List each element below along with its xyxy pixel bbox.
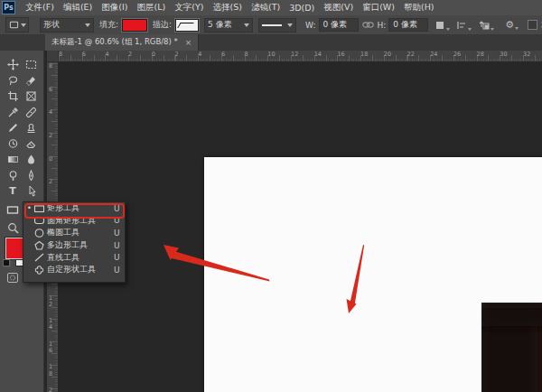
align-edges-checkbox[interactable] <box>528 20 537 30</box>
flyout-item-polygon[interactable]: 多边形工具 U <box>23 239 125 252</box>
path-operations-icon <box>435 20 445 31</box>
menu-type[interactable]: 文字(Y) <box>170 2 208 14</box>
clone-stamp-tool[interactable] <box>23 120 38 135</box>
ruler-number: 12 <box>291 51 298 58</box>
link-dimensions-icon[interactable] <box>362 21 374 29</box>
type-tool[interactable]: T <box>5 183 20 198</box>
ruler-number: 6 <box>47 87 54 93</box>
ruler-number: 24 <box>430 51 437 58</box>
tool-options-bar: 形状 填充: 描边: 5 像素 W: 0 像素 <box>0 15 542 35</box>
height-label: H: <box>378 21 387 30</box>
app-logo: Ps <box>2 1 15 14</box>
ruler-number: 14 <box>314 51 322 58</box>
path-operations-button[interactable] <box>435 20 450 31</box>
rectangle-tool[interactable] <box>5 202 20 217</box>
menu-3d[interactable]: 3D(D) <box>285 3 319 13</box>
close-tab-icon[interactable]: × <box>185 38 192 47</box>
width-label: W: <box>305 21 315 30</box>
stroke-width-dropdown[interactable]: 5 像素 <box>204 18 253 33</box>
flyout-item-line[interactable]: 直线工具 U <box>23 251 125 264</box>
ruler-number: 12 <box>47 295 54 308</box>
ruler-number: 2 <box>175 51 179 58</box>
menu-image[interactable]: 图像(I) <box>97 2 132 14</box>
dodge-tool[interactable] <box>5 168 20 182</box>
ruler-number: 8 <box>245 51 248 58</box>
menu-window[interactable]: 窗口(W) <box>358 2 399 14</box>
path-alignment-button[interactable] <box>456 20 472 31</box>
menu-file[interactable]: 文件(F) <box>21 2 59 14</box>
slice-tool[interactable] <box>23 89 38 103</box>
crop-tool[interactable] <box>5 89 20 103</box>
eraser-tool[interactable] <box>23 136 38 151</box>
move-tool[interactable] <box>5 57 20 71</box>
blur-tool[interactable] <box>23 152 38 166</box>
menu-help[interactable]: 帮助(H) <box>399 2 439 14</box>
menu-layer[interactable]: 图层(L) <box>133 2 171 14</box>
gear-icon: ⚙ <box>505 20 514 30</box>
ruler-number: 8 <box>47 63 54 70</box>
menu-bar: Ps 文件(F) 编辑(E) 图像(I) 图层(L) 文字(Y) 选择(S) 滤… <box>0 0 542 15</box>
ruler-number: 2 <box>128 51 132 58</box>
tool-preset-picker[interactable] <box>5 17 29 33</box>
pen-tool[interactable] <box>23 168 38 182</box>
ruler-number: 6 <box>82 51 86 58</box>
history-brush-tool[interactable] <box>5 136 20 151</box>
flyout-item-custom-shape[interactable]: 自定形状工具 U <box>23 264 125 276</box>
quick-mask-button[interactable] <box>5 270 20 285</box>
ruler-number: 28 <box>477 51 484 58</box>
canvas[interactable] <box>204 157 542 392</box>
default-colors-icon[interactable] <box>3 259 11 267</box>
lasso-tool[interactable] <box>5 73 20 88</box>
path-arrangement-button[interactable] <box>478 20 494 31</box>
menu-edit[interactable]: 编辑(E) <box>59 2 97 14</box>
ruler-number: 4 <box>198 51 201 58</box>
solid-line-icon <box>262 24 282 26</box>
width-input[interactable]: 0 像素 <box>319 18 359 32</box>
gradient-tool[interactable] <box>5 152 20 166</box>
line-icon <box>33 252 47 263</box>
fill-color-swatch[interactable] <box>122 19 147 32</box>
flyout-item-rounded-rectangle[interactable]: 圆角矩形工具 U <box>23 215 125 228</box>
ruler-number: 18 <box>360 51 368 58</box>
height-input[interactable]: 0 像素 <box>388 18 428 32</box>
stroke-type-dropdown[interactable] <box>258 18 296 33</box>
selected-bullet: • <box>27 204 33 212</box>
ruler-number: 14 <box>47 318 54 331</box>
rounded-rectangle-icon <box>33 215 47 226</box>
menu-view[interactable]: 视图(V) <box>319 2 358 14</box>
flyout-item-ellipse[interactable]: 椭圆工具 U <box>23 227 125 239</box>
spot-healing-brush-tool[interactable] <box>23 105 38 119</box>
menu-select[interactable]: 选择(S) <box>208 2 246 14</box>
ruler-number: 26 <box>453 51 461 58</box>
rectangular-marquee-tool[interactable] <box>23 57 38 71</box>
zoom-tool[interactable] <box>5 220 20 235</box>
path-selection-tool[interactable] <box>23 183 38 198</box>
ruler-number: 32 <box>523 51 530 58</box>
chevron-down-icon <box>287 23 293 27</box>
ruler-number: 6 <box>221 51 225 58</box>
shape-tools-flyout: • 矩形工具 U 圆角矩形工具 U 椭圆工具 U 多边形工具 <box>23 201 126 283</box>
eyedropper-tool[interactable] <box>5 105 20 119</box>
height-value: 0 像素 <box>393 19 417 31</box>
quick-selection-tool[interactable] <box>23 73 38 88</box>
chevron-down-icon <box>468 28 472 31</box>
ruler-number: 30 <box>500 51 507 58</box>
ruler-number: 22 <box>407 51 415 58</box>
geometry-settings-button[interactable]: ⚙ <box>505 20 519 30</box>
ruler-number: 20 <box>384 51 391 58</box>
document-tab-bar: 未标题-1 @ 60.6% (组 1, RGB/8) * × <box>0 34 542 51</box>
document-tab[interactable]: 未标题-1 @ 60.6% (组 1, RGB/8) * × <box>45 34 199 51</box>
ruler-corner[interactable] <box>47 51 59 62</box>
chevron-down-icon <box>491 28 494 31</box>
tool-mode-dropdown[interactable]: 形状 <box>40 18 94 33</box>
brush-tool[interactable] <box>5 120 20 135</box>
foreground-color-swatch[interactable] <box>5 238 24 259</box>
stroke-color-swatch[interactable] <box>175 19 199 32</box>
chevron-down-icon <box>85 23 90 27</box>
menu-filter[interactable]: 滤镜(T) <box>247 2 285 14</box>
flyout-item-rectangle[interactable]: • 矩形工具 U <box>23 202 125 215</box>
pasteboard[interactable] <box>58 61 542 392</box>
tool-mode-value: 形状 <box>43 19 60 31</box>
ruler-number: 20 <box>47 387 54 392</box>
photoshop-window: Ps 文件(F) 编辑(E) 图像(I) 图层(L) 文字(Y) 选择(S) 滤… <box>0 0 542 392</box>
